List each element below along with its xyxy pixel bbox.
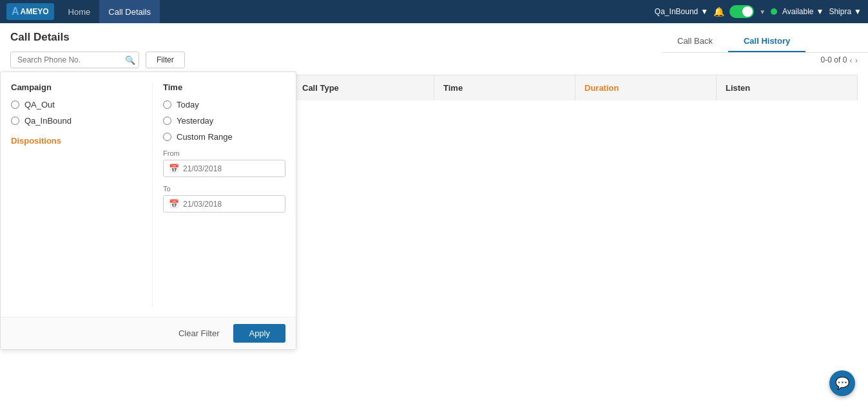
- time-option-yesterday[interactable]: Yesterday: [163, 116, 285, 126]
- pagination-prev-button[interactable]: ‹: [849, 55, 852, 65]
- dispositions-title: Dispositions: [11, 136, 142, 146]
- time-option-custom[interactable]: Custom Range: [163, 132, 285, 142]
- campaign-option-qa-out-label: QA_Out: [24, 100, 55, 109]
- call-details-nav-item[interactable]: Call Details: [99, 0, 160, 23]
- to-date-wrapper: 📅: [163, 195, 285, 213]
- filter-right-panel: Time Today Yesterday Custom Range From 📅: [153, 82, 285, 307]
- bell-icon[interactable]: 🔔: [713, 6, 724, 17]
- pagination: 0-0 of 0 ‹ ›: [821, 55, 858, 65]
- apply-button[interactable]: Apply: [233, 324, 285, 343]
- filter-body: Campaign QA_Out Qa_InBound Dispositions …: [1, 72, 296, 317]
- pagination-next-button[interactable]: ›: [855, 55, 858, 65]
- tab-call-back[interactable]: Call Back: [662, 31, 728, 52]
- from-date-wrapper: 📅: [163, 160, 285, 177]
- campaign-radio-qa-out[interactable]: [11, 100, 19, 109]
- from-date-input[interactable]: [183, 164, 280, 173]
- campaign-title: Campaign: [11, 82, 142, 92]
- home-nav-item[interactable]: Home: [59, 0, 100, 23]
- logo-text: AMEYO: [21, 7, 49, 16]
- toolbar: 🔍 Filter 0-0 of 0 ‹ ›: [10, 52, 858, 68]
- filter-button[interactable]: Filter: [146, 52, 185, 68]
- top-navigation: A AMEYO Home Call Details Qa_InBound ▼ 🔔…: [0, 0, 868, 23]
- time-option-yesterday-label: Yesterday: [177, 116, 213, 126]
- tab-call-history[interactable]: Call History: [728, 31, 805, 52]
- filter-dropdown: Campaign QA_Out Qa_InBound Dispositions …: [0, 71, 296, 350]
- campaign-option-qa-out[interactable]: QA_Out: [11, 100, 142, 109]
- available-status[interactable]: Available ▼: [782, 7, 824, 16]
- sub-tabs: Call Back Call History: [662, 31, 868, 53]
- th-call-type: Call Type: [293, 75, 434, 100]
- available-chevron-icon: ▼: [816, 7, 824, 16]
- search-button[interactable]: 🔍: [125, 55, 135, 65]
- status-dot-icon: [771, 8, 777, 15]
- queue-name: Qa_InBound: [655, 7, 698, 16]
- call-toggle[interactable]: [729, 5, 754, 18]
- time-option-today-label: Today: [177, 100, 199, 109]
- user-name: Shipra: [829, 7, 851, 16]
- call-toggle-dot: [742, 6, 753, 17]
- filter-left-panel: Campaign QA_Out Qa_InBound Dispositions: [11, 82, 153, 307]
- user-chevron-icon: ▼: [854, 7, 862, 16]
- logo: A AMEYO: [6, 3, 54, 20]
- time-radio-yesterday[interactable]: [163, 117, 171, 125]
- search-wrapper: 🔍: [10, 52, 139, 68]
- time-option-today[interactable]: Today: [163, 100, 285, 109]
- search-input[interactable]: [10, 52, 139, 68]
- logo-a: A: [12, 6, 19, 17]
- available-label: Available: [782, 7, 813, 16]
- time-title: Time: [163, 82, 285, 92]
- chat-bubble-button[interactable]: 💬: [829, 370, 855, 396]
- to-calendar-icon: 📅: [169, 199, 179, 209]
- call-toggle-chevron-icon[interactable]: ▼: [759, 8, 766, 15]
- campaign-option-qa-inbound-label: Qa_InBound: [24, 116, 72, 126]
- th-duration: Duration: [575, 75, 717, 100]
- campaign-radio-qa-inbound[interactable]: [11, 117, 19, 125]
- filter-footer: Clear Filter Apply: [1, 317, 296, 349]
- clear-filter-button[interactable]: Clear Filter: [171, 325, 227, 342]
- page-content: Call Back Call History Call Details 🔍 Fi…: [0, 23, 868, 409]
- queue-chevron-icon: ▼: [700, 7, 708, 16]
- campaign-option-qa-inbound[interactable]: Qa_InBound: [11, 116, 142, 126]
- pagination-label: 0-0 of 0: [821, 55, 847, 64]
- user-menu[interactable]: Shipra ▼: [829, 7, 862, 16]
- time-radio-today[interactable]: [163, 100, 171, 109]
- time-option-custom-label: Custom Range: [177, 132, 233, 142]
- to-label: To: [163, 185, 285, 193]
- th-time: Time: [434, 75, 575, 100]
- queue-selector[interactable]: Qa_InBound ▼: [655, 7, 708, 16]
- topnav-right: Qa_InBound ▼ 🔔 ▼ Available ▼ Shipra ▼: [655, 5, 862, 18]
- from-label: From: [163, 149, 285, 157]
- th-listen: Listen: [717, 75, 857, 100]
- time-radio-custom[interactable]: [163, 133, 171, 141]
- from-calendar-icon: 📅: [169, 164, 179, 173]
- to-date-input[interactable]: [183, 200, 280, 209]
